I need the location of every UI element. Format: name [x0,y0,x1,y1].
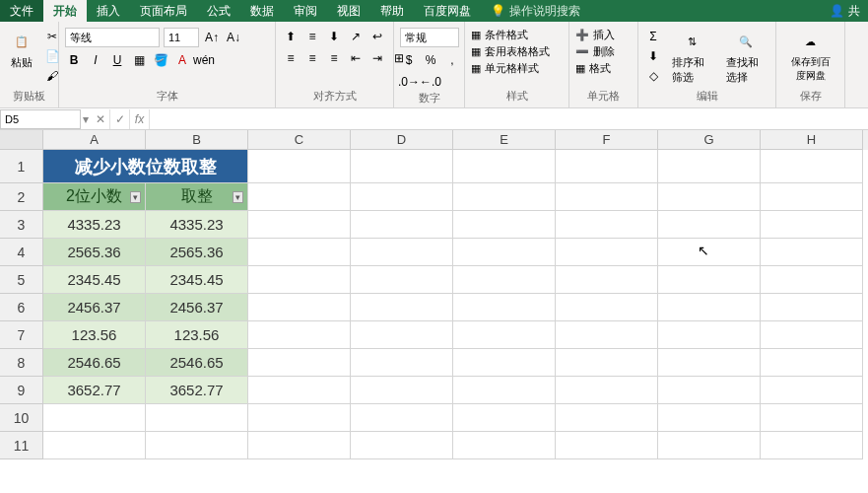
cell-F9[interactable] [556,377,658,404]
cell-E9[interactable] [453,377,556,404]
select-all-corner[interactable] [0,130,43,150]
cell-G1[interactable] [658,150,761,183]
phonetic-button[interactable]: wén [195,51,213,69]
filter-arrow-icon[interactable]: ▾ [233,191,243,203]
cell-C7[interactable] [248,321,351,349]
table-header-0[interactable]: 2位小数▾ [43,183,146,211]
table-header-1[interactable]: 取整▾ [146,183,248,211]
row-header-3[interactable]: 3 [0,211,43,239]
tab-help[interactable]: 帮助 [370,0,414,22]
name-box[interactable]: D5 [0,109,81,129]
cell-F5[interactable] [556,266,658,294]
cell-H1[interactable] [761,150,863,183]
number-format-select[interactable]: 常规 [400,28,459,47]
cell-D8[interactable] [351,349,453,377]
col-header-F[interactable]: F [556,130,658,150]
cell-G3[interactable] [658,211,761,239]
cell-B9[interactable]: 3652.77 [146,377,248,404]
cell-C3[interactable] [248,211,351,239]
row-header-1[interactable]: 1 [0,150,43,183]
cell-B4[interactable]: 2565.36 [146,239,248,266]
cell-G11[interactable] [658,432,761,459]
col-header-G[interactable]: G [658,130,761,150]
underline-button[interactable]: U [108,51,126,69]
cell-D3[interactable] [351,211,453,239]
cell-A8[interactable]: 2546.65 [43,349,146,377]
accounting-button[interactable]: $ [400,51,418,69]
cell-E8[interactable] [453,349,556,377]
row-header-10[interactable]: 10 [0,404,43,432]
decrease-indent-button[interactable]: ⇤ [347,49,365,67]
row-header-9[interactable]: 9 [0,377,43,404]
find-select-button[interactable]: 🔍 查找和选择 [722,28,770,87]
percent-button[interactable]: % [422,51,439,69]
cell-G7[interactable] [658,321,761,349]
cell-A5[interactable]: 2345.45 [43,266,146,294]
insert-cells-button[interactable]: ➕插入 [575,28,615,42]
cell-F4[interactable] [556,239,658,266]
table-title[interactable]: 减少小数位数取整 [43,150,248,183]
cell-H3[interactable] [761,211,863,239]
share-button[interactable]: 👤 共 [822,3,868,20]
cell-E4[interactable] [453,239,556,266]
cell-E1[interactable] [453,150,556,183]
align-right-button[interactable]: ≡ [325,49,343,67]
cell-E3[interactable] [453,211,556,239]
cell-H2[interactable] [761,183,863,211]
increase-font-button[interactable]: A↑ [203,29,221,46]
align-top-button[interactable]: ⬆ [282,28,300,45]
cell-H9[interactable] [761,377,863,404]
cell-A3[interactable]: 4335.23 [43,211,146,239]
row-header-5[interactable]: 5 [0,266,43,294]
cell-B11[interactable] [146,432,248,459]
cell-C4[interactable] [248,239,351,266]
tab-formulas[interactable]: 公式 [197,0,240,22]
cell-styles-button[interactable]: ▦单元格样式 [471,61,539,76]
cell-A7[interactable]: 123.56 [43,321,146,349]
cell-A11[interactable] [43,432,146,459]
cell-F10[interactable] [556,404,658,432]
tab-layout[interactable]: 页面布局 [130,0,197,22]
cell-G10[interactable] [658,404,761,432]
bold-button[interactable]: B [65,51,83,69]
cell-C9[interactable] [248,377,351,404]
cell-F7[interactable] [556,321,658,349]
cell-A10[interactable] [43,404,146,432]
font-name-select[interactable]: 等线 [65,28,160,47]
font-color-button[interactable]: A [173,51,191,69]
row-header-6[interactable]: 6 [0,294,43,321]
cell-G6[interactable] [658,294,761,321]
cell-C11[interactable] [248,432,351,459]
row-header-7[interactable]: 7 [0,321,43,349]
cell-A4[interactable]: 2565.36 [43,239,146,266]
font-size-select[interactable]: 11 [164,28,199,47]
cell-H5[interactable] [761,266,863,294]
orientation-button[interactable]: ↗ [347,28,365,45]
align-left-button[interactable]: ≡ [282,49,300,67]
align-middle-button[interactable]: ≡ [303,28,321,45]
cell-F1[interactable] [556,150,658,183]
tab-baidu[interactable]: 百度网盘 [414,0,481,22]
cell-D1[interactable] [351,150,453,183]
cell-E11[interactable] [453,432,556,459]
sort-filter-button[interactable]: ⇅ 排序和筛选 [668,28,716,87]
col-header-C[interactable]: C [248,130,351,150]
tab-data[interactable]: 数据 [240,0,284,22]
cell-C2[interactable] [248,183,351,211]
row-header-11[interactable]: 11 [0,432,43,459]
cell-G5[interactable] [658,266,761,294]
cell-H7[interactable] [761,321,863,349]
col-header-E[interactable]: E [453,130,556,150]
cell-B3[interactable]: 4335.23 [146,211,248,239]
tab-review[interactable]: 审阅 [284,0,327,22]
cell-D9[interactable] [351,377,453,404]
clear-button[interactable]: ◇ [644,67,662,85]
cell-C8[interactable] [248,349,351,377]
wrap-text-button[interactable]: ↩ [368,28,386,45]
cell-C5[interactable] [248,266,351,294]
cell-H6[interactable] [761,294,863,321]
tab-insert[interactable]: 插入 [87,0,130,22]
col-header-H[interactable]: H [761,130,863,150]
paste-button[interactable]: 📋 粘贴 [6,28,37,72]
italic-button[interactable]: I [87,51,104,69]
